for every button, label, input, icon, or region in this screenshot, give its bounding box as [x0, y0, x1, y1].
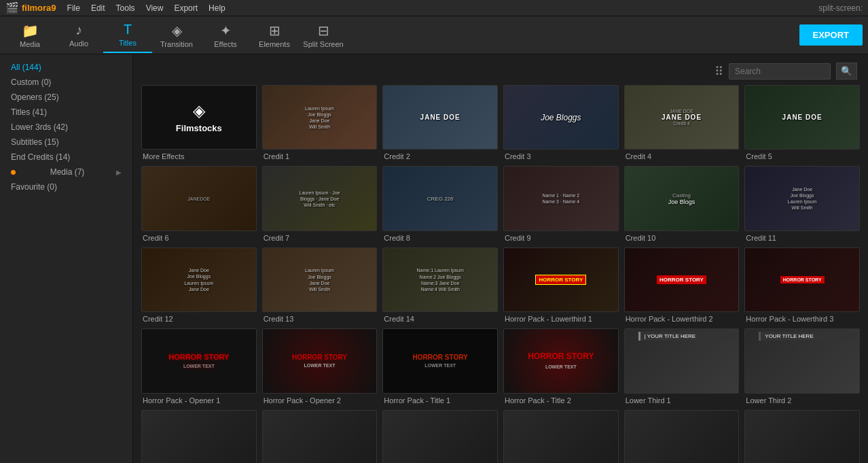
thumbnail [382, 410, 498, 463]
sidebar-item-lower3rds[interactable]: Lower 3rds (42) [0, 120, 132, 135]
thumbnail [141, 410, 257, 463]
transition-icon: ◈ [172, 22, 182, 39]
menu-export[interactable]: Export [174, 3, 198, 13]
sidebar-item-openers[interactable]: Openers (25) [0, 90, 132, 105]
list-item[interactable] [262, 410, 378, 463]
sidebar-item-subtitles[interactable]: Subtitles (15) [0, 135, 132, 150]
item-label: Horror Pack - Lowerthird 1 [503, 315, 619, 323]
thumbnail: JANE DOE [382, 85, 498, 150]
list-item[interactable] [141, 410, 257, 463]
toolbar-split-screen[interactable]: ⊟ Split Screen [299, 18, 348, 53]
list-item[interactable]: HORROR STORY Horror Pack - Lowerthird 3 [744, 247, 860, 323]
sidebar-arrow-icon: ▶ [116, 169, 122, 176]
content-area[interactable]: ⠿ 🔍 ◈ Filmstocks More Effects Lauren Ips… [133, 54, 868, 463]
effects-icon: ✦ [220, 22, 232, 39]
toolbar-titles-label: Titles [119, 39, 137, 47]
list-item[interactable]: | YOUR TITLE HERE Lower Third 1 [624, 328, 740, 404]
search-button[interactable]: 🔍 [836, 63, 857, 80]
toolbar-media[interactable]: 📁 Media [5, 18, 54, 53]
list-item[interactable]: Name 1 · Name 2Name 3 · Name 4 Credit 9 [503, 166, 619, 241]
list-item[interactable]: JANE DOE Credit 5 [744, 85, 860, 160]
toolbar-audio[interactable]: ♪ Audio [54, 18, 103, 53]
toolbar-transition[interactable]: ◈ Transition [152, 18, 201, 53]
thumbnail [624, 410, 740, 463]
list-item[interactable]: HORROR STORYLOWER TEXT Horror Pack - Ope… [141, 328, 257, 404]
list-item[interactable]: Jane DoeJoe BloggsLauren IpsumJane Doe C… [141, 247, 257, 323]
thumbnail: HORROR STORYLOWER TEXT [382, 328, 498, 393]
thumbnail [744, 410, 860, 463]
list-item[interactable]: HORROR STORYLOWER TEXT Horror Pack - Tit… [503, 328, 619, 404]
toolbar-elements[interactable]: ⊞ Elements [250, 18, 299, 53]
toolbar-elements-label: Elements [259, 40, 290, 48]
list-item[interactable]: HORROR STORY Horror Pack - Lowerthird 1 [503, 247, 619, 323]
toolbar-audio-label: Audio [69, 39, 88, 48]
toolbar-effects[interactable]: ✦ Effects [201, 18, 250, 53]
menu-help[interactable]: Help [209, 3, 225, 13]
thumbnail: Jane DoeJoe BloggsLauren IpsumWill Smith [744, 166, 860, 230]
list-item[interactable]: Lauren IpsumJoe BloggsJane DoeWill Smith… [262, 247, 378, 323]
item-label: Credit 11 [744, 234, 860, 242]
item-label: Lower Third 1 [624, 396, 740, 405]
item-label: Horror Pack - Lowerthird 2 [624, 315, 740, 323]
thumbnail: Lauren Ipsum · JoeBloggs · Jane DoeWill … [262, 166, 378, 230]
item-label: Credit 5 [744, 152, 860, 160]
media-dot [11, 170, 16, 175]
elements-icon: ⊞ [269, 22, 281, 39]
list-item[interactable]: HORROR STORYLOWER TEXT Horror Pack - Tit… [382, 328, 498, 404]
thumbnail: | YOUR TITLE HERE [624, 328, 740, 393]
item-label: Horror Pack - Opener 2 [262, 396, 378, 405]
thumbnail: Lauren IpsumJoe BloggsJane DoeWill Smith [262, 247, 378, 312]
sidebar-item-all[interactable]: All (144) [0, 60, 132, 75]
search-input[interactable] [729, 63, 831, 80]
list-item[interactable]: Name:1 Lauren IpsumName:2 Joe BloggsName… [382, 247, 498, 323]
item-label: Credit 7 [262, 234, 378, 242]
sidebar-item-custom[interactable]: Custom (0) [0, 75, 132, 90]
grid-view-icon[interactable]: ⠿ [715, 64, 723, 79]
list-item[interactable]: CREG 226 Credit 8 [382, 166, 498, 241]
sidebar-item-endcredits[interactable]: End Credits (14) [0, 150, 132, 165]
menu-file[interactable]: File [67, 3, 80, 13]
thumbnail: ◈ Filmstocks [141, 85, 257, 150]
toolbar-titles[interactable]: T Titles [103, 18, 152, 53]
list-item[interactable]: HORROR STORY Horror Pack - Lowerthird 2 [624, 247, 740, 323]
toolbar-transition-label: Transition [160, 40, 193, 48]
split-screen-label: split-screen: [818, 3, 863, 13]
list-item[interactable]: ◈ Filmstocks More Effects [141, 85, 257, 160]
thumbnail: Joe Bloggs [503, 85, 619, 150]
list-item[interactable]: Jane DoeJoe BloggsLauren IpsumWill Smith… [744, 166, 860, 241]
menu-view[interactable]: View [146, 3, 164, 13]
thumbnail: HORROR STORYLOWER TEXT [262, 328, 378, 393]
thumbnail-grid: ◈ Filmstocks More Effects Lauren IpsumJo… [139, 85, 863, 463]
item-label: Credit 6 [141, 234, 257, 242]
list-item[interactable]: JANE DOE Credit 2 [382, 85, 498, 160]
export-button[interactable]: EXPORT [799, 24, 863, 46]
list-item[interactable]: Lauren Ipsum · JoeBloggs · Jane DoeWill … [262, 166, 378, 241]
sidebar-media-label: Media (7) [50, 167, 85, 177]
sidebar-item-media[interactable]: Media (7) ▶ [0, 165, 132, 179]
item-label: Credit 14 [382, 315, 498, 323]
menu-tools[interactable]: Tools [116, 3, 135, 13]
item-label: Credit 12 [141, 315, 257, 323]
list-item[interactable] [624, 410, 740, 463]
list-item[interactable] [503, 410, 619, 463]
list-item[interactable]: YOUR TITLE HERE Lower Third 2 [744, 328, 860, 404]
list-item[interactable]: Joe Bloggs Credit 3 [503, 85, 619, 160]
item-label: Credit 2 [382, 152, 498, 160]
thumbnail: Jane DoeJoe BloggsLauren IpsumJane Doe [141, 247, 257, 312]
item-label: Credit 4 [624, 152, 740, 160]
menu-edit[interactable]: Edit [91, 3, 105, 13]
sidebar-item-titles[interactable]: Titles (41) [0, 105, 132, 120]
list-item[interactable]: JANE DOE JANE DOE Credit 4 Credit 4 [624, 85, 740, 160]
list-item[interactable]: Casting Joe Blogs Credit 10 [624, 166, 740, 241]
thumbnail: JANEDOE [141, 166, 257, 230]
list-item[interactable] [382, 410, 498, 463]
item-label: Horror Pack - Lowerthird 3 [744, 315, 860, 323]
menu-bar: 🎬 filmora9 File Edit Tools View Export H… [0, 0, 868, 16]
list-item[interactable]: JANEDOE Credit 6 [141, 166, 257, 241]
sidebar-item-favourite[interactable]: Favourite (0) [0, 179, 132, 194]
list-item[interactable]: Lauren IpsumJoe BloggsJane DoeWill Smith… [262, 85, 378, 160]
list-item[interactable]: HORROR STORYLOWER TEXT Horror Pack - Ope… [262, 328, 378, 404]
sidebar: All (144) Custom (0) Openers (25) Titles… [0, 54, 133, 463]
item-label: Credit 13 [262, 315, 378, 323]
list-item[interactable] [744, 410, 860, 463]
